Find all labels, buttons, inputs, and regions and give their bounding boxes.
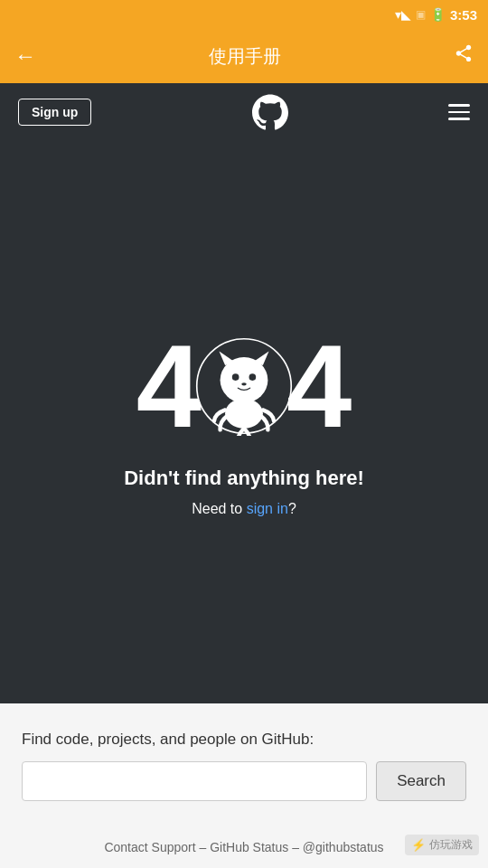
search-section: Find code, projects, and people on GitHu…: [0, 703, 488, 819]
signup-button[interactable]: Sign up: [18, 99, 91, 126]
hamburger-menu-button[interactable]: [448, 104, 470, 120]
svg-point-5: [249, 373, 257, 381]
svg-point-7: [225, 399, 263, 429]
error-heading: Didn't find anything here!: [124, 467, 364, 490]
svg-point-4: [232, 373, 239, 381]
search-row: Search: [22, 761, 466, 801]
watermark: ⚡ 仿玩游戏: [405, 835, 479, 855]
search-input[interactable]: [22, 761, 367, 801]
error-subtext: Need to sign in?: [192, 501, 296, 517]
github-nav: Sign up: [0, 83, 488, 141]
share-button[interactable]: [454, 43, 474, 69]
search-button[interactable]: Search: [376, 761, 466, 801]
search-label: Find code, projects, and people on GitHu…: [22, 731, 466, 749]
error-num-left: 4: [136, 327, 202, 445]
error-subtext-before: Need to: [192, 501, 246, 516]
error-section: 4: [0, 141, 488, 703]
menu-line: [448, 111, 470, 114]
footer-links: Contact Support – GitHub Status – @githu…: [22, 837, 466, 859]
status-time: 3:53: [450, 7, 477, 23]
status-icons: ▾◣ ▣ 🔋 3:53: [395, 7, 477, 23]
error-subtext-after: ?: [288, 501, 296, 516]
battery-icon: 🔋: [430, 7, 446, 22]
toolbar-title: 使用手册: [209, 44, 281, 69]
github-logo: [252, 94, 288, 130]
svg-point-6: [241, 382, 247, 385]
signal-icon: ▣: [416, 8, 426, 21]
menu-line: [448, 104, 470, 107]
error-octocat-icon: [194, 336, 294, 436]
error-num-right: 4: [286, 327, 352, 445]
signin-link[interactable]: sign in: [247, 501, 288, 516]
status-bar: ▾◣ ▣ 🔋 3:53: [0, 0, 488, 29]
menu-line: [448, 118, 470, 120]
github-page: Sign up 4: [0, 83, 488, 868]
app-toolbar: ← 使用手册: [0, 29, 488, 83]
watermark-text: 仿玩游戏: [429, 837, 473, 853]
back-button[interactable]: ←: [14, 43, 36, 69]
watermark-icon: ⚡: [411, 838, 426, 852]
error-404-display: 4: [136, 327, 352, 445]
wifi-icon: ▾◣: [395, 7, 411, 22]
